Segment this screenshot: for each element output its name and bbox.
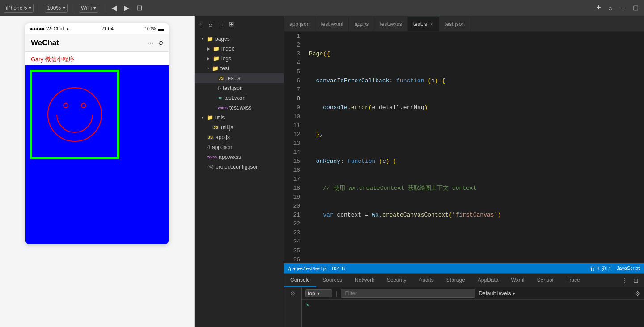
prompt-chevron: >	[305, 302, 309, 308]
line-15: 15	[288, 157, 300, 166]
file-tree: ▾ 📁 pages ▶ 📁 index ▶ 📁 logs ▾ 📁 test	[195, 32, 284, 327]
index-label: index	[221, 46, 234, 52]
tree-search-button[interactable]: ⌕	[208, 20, 213, 29]
back-button[interactable]: ◀	[110, 3, 119, 13]
more-button[interactable]: ···	[618, 3, 627, 13]
tab-network[interactable]: Network	[348, 274, 381, 287]
line-23: 23	[288, 229, 300, 238]
sep2	[73, 4, 73, 13]
phone-nav-bar: WeChat ··· ⊙	[25, 34, 169, 52]
tree-item-app-js[interactable]: JS app.js	[195, 132, 284, 142]
test-folder-chevron: ▾	[207, 66, 209, 71]
tree-item-project-config[interactable]: {⚙} project.config.json	[195, 162, 284, 172]
sep3	[104, 4, 104, 13]
tree-split-button[interactable]: ⊞	[228, 19, 235, 29]
tree-item-pages[interactable]: ▾ 📁 pages	[195, 34, 284, 44]
line-3: 3	[288, 50, 300, 59]
status-right: 行 8, 列 1 JavaScript	[590, 265, 640, 272]
bottom-panel: Console Sources Network Security Audits …	[284, 273, 644, 327]
tab-security[interactable]: Security	[381, 274, 412, 287]
svg-rect-0	[31, 71, 119, 158]
forward-button[interactable]: ▶	[122, 3, 131, 13]
test-wxss-icon: wxss	[218, 106, 228, 110]
status-position: 行 8, 列 1	[590, 265, 611, 272]
svg-point-3	[81, 103, 86, 108]
status-left: /pages/test/test.js 801 B	[288, 266, 345, 271]
test-wxml-label: test.wxml	[225, 95, 247, 101]
tab-test-json[interactable]: test.json	[439, 17, 470, 31]
console-output: >	[302, 300, 644, 327]
tree-item-utils[interactable]: ▾ 📁 utils	[195, 113, 284, 123]
tree-item-test-wxml[interactable]: <> test.wxml	[195, 93, 284, 103]
scope-selector[interactable]: top ▾	[305, 289, 332, 297]
add-button[interactable]: +	[594, 2, 603, 13]
bottom-expand-button[interactable]: ⊡	[631, 276, 640, 285]
device-selector[interactable]: iPhone 5 ▾	[4, 4, 34, 13]
tab-app-js[interactable]: app.js	[349, 17, 374, 31]
line-26: 26	[288, 255, 300, 263]
code-line-5: onReady: function (e) {	[309, 157, 644, 166]
zoom-chevron: ▾	[63, 5, 65, 11]
tab-appdata[interactable]: AppData	[471, 274, 505, 287]
tab-test-js[interactable]: test.js ×	[408, 17, 440, 31]
bottom-more-button[interactable]: ⋮	[620, 276, 630, 285]
network-selector[interactable]: WiFi ▾	[79, 4, 98, 13]
tab-console[interactable]: Console	[284, 274, 316, 287]
tab-app-json[interactable]: app.json	[284, 17, 315, 31]
line-10: 10	[288, 112, 300, 121]
bottom-tabs: Console Sources Network Security Audits …	[284, 274, 644, 287]
console-settings-button[interactable]: ⚙	[635, 290, 640, 297]
phone-panel: ●●●●● WeChat ▲ 21:04 100% ▬ WeChat ···	[0, 16, 195, 327]
tab-app-json-label: app.json	[289, 21, 309, 27]
line-25: 25	[288, 246, 300, 255]
tree-item-test-json[interactable]: {} test.json	[195, 83, 284, 93]
tab-test-js-label: test.js	[413, 21, 427, 27]
tab-test-json-label: test.json	[445, 21, 465, 27]
tab-sensor[interactable]: Sensor	[531, 274, 560, 287]
console-block-icon[interactable]: ⊘	[289, 289, 296, 297]
tab-test-wxss-label: test.wxss	[380, 21, 402, 27]
compile-button[interactable]: ⊡	[135, 3, 144, 13]
zoom-selector[interactable]: 100% ▾	[45, 4, 68, 13]
line-16: 16	[288, 166, 300, 175]
line-20: 20	[288, 202, 300, 211]
code-line-4: },	[309, 130, 644, 139]
tab-test-wxml[interactable]: test.wxml	[315, 17, 349, 31]
tab-wxml[interactable]: Wxml	[505, 274, 531, 287]
tree-item-app-wxss[interactable]: wxss app.wxss	[195, 152, 284, 162]
levels-selector[interactable]: Default levels ▾	[479, 290, 515, 297]
line-numbers: 1 2 3 4 5 6 7 8 9 10 11 12 13 14 15 16 1…	[284, 32, 305, 263]
tree-add-button[interactable]: +	[198, 20, 204, 29]
code-content[interactable]: Page({ canvasIdErrorCallback: function (…	[305, 32, 644, 263]
util-js-icon: JS	[212, 125, 219, 130]
tree-item-index[interactable]: ▶ 📁 index	[195, 44, 284, 54]
phone-nav-record[interactable]: ⊙	[158, 39, 163, 46]
tab-test-wxss[interactable]: test.wxss	[374, 17, 407, 31]
pages-folder-icon: 📁	[207, 36, 213, 42]
tree-item-test-js[interactable]: JS test.js	[195, 73, 284, 83]
tree-more-button[interactable]: ···	[217, 20, 225, 29]
split-button[interactable]: ⊞	[631, 3, 640, 13]
tab-trace[interactable]: Trace	[560, 274, 586, 287]
tab-sources[interactable]: Sources	[316, 274, 348, 287]
device-chevron: ▾	[29, 5, 31, 11]
tab-storage[interactable]: Storage	[440, 274, 471, 287]
tree-item-util-js[interactable]: JS util.js	[195, 123, 284, 132]
line-6: 6	[288, 76, 300, 85]
phone-battery-icon: ▬	[158, 25, 164, 32]
pages-chevron: ▾	[202, 37, 204, 41]
line-17: 17	[288, 175, 300, 184]
tree-item-test-wxss[interactable]: wxss test.wxss	[195, 103, 284, 113]
tab-test-js-close[interactable]: ×	[430, 21, 433, 28]
console-filter-input[interactable]	[341, 289, 475, 298]
tab-audits[interactable]: Audits	[412, 274, 440, 287]
tree-item-test-folder[interactable]: ▾ 📁 test	[195, 64, 284, 73]
line-5: 5	[288, 68, 300, 76]
tree-item-logs[interactable]: ▶ 📁 logs	[195, 54, 284, 64]
status-language: JavaScript	[617, 265, 640, 272]
search-button[interactable]: ⌕	[606, 3, 614, 13]
line-12: 12	[288, 130, 300, 139]
file-tree-toolbar: + ⌕ ··· ⊞	[195, 16, 284, 32]
tree-item-app-json[interactable]: {} app.json	[195, 142, 284, 152]
phone-nav-more[interactable]: ···	[148, 39, 153, 46]
